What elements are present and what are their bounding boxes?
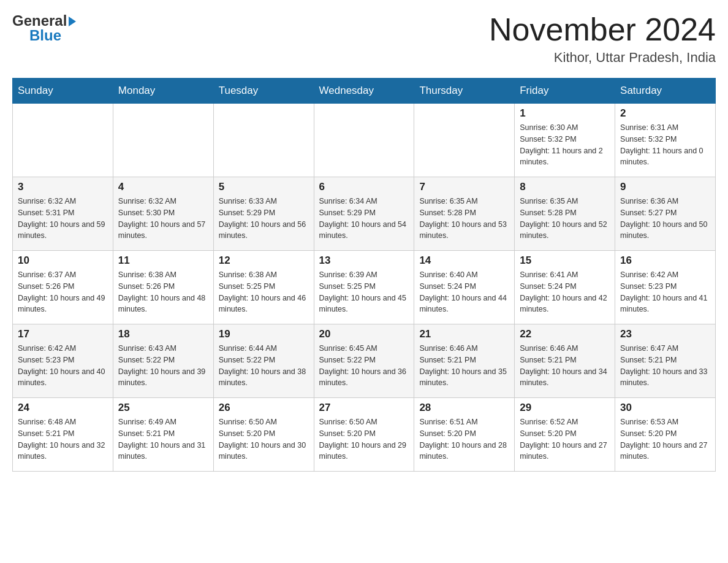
- day-number: 19: [219, 328, 309, 340]
- column-header-wednesday: Wednesday: [314, 79, 414, 104]
- calendar-cell: 1Sunrise: 6:30 AMSunset: 5:32 PMDaylight…: [515, 104, 615, 177]
- day-number: 1: [520, 107, 610, 120]
- day-number: 15: [520, 255, 610, 267]
- day-number: 7: [419, 181, 509, 193]
- day-number: 13: [319, 255, 409, 267]
- day-info: Sunrise: 6:46 AMSunset: 5:21 PMDaylight:…: [520, 343, 610, 389]
- day-info: Sunrise: 6:43 AMSunset: 5:22 PMDaylight:…: [118, 343, 208, 389]
- day-number: 24: [18, 402, 108, 414]
- calendar-cell: 26Sunrise: 6:50 AMSunset: 5:20 PMDayligh…: [213, 398, 314, 472]
- day-info: Sunrise: 6:46 AMSunset: 5:21 PMDaylight:…: [419, 343, 509, 389]
- calendar-header-row: SundayMondayTuesdayWednesdayThursdayFrid…: [13, 79, 716, 104]
- calendar-cell: [213, 104, 314, 177]
- column-header-thursday: Thursday: [414, 79, 515, 104]
- day-number: 27: [319, 402, 409, 414]
- calendar-cell: 6Sunrise: 6:34 AMSunset: 5:29 PMDaylight…: [314, 177, 414, 251]
- day-info: Sunrise: 6:39 AMSunset: 5:25 PMDaylight:…: [319, 269, 409, 315]
- column-header-sunday: Sunday: [13, 79, 113, 104]
- day-info: Sunrise: 6:42 AMSunset: 5:23 PMDaylight:…: [620, 269, 710, 315]
- day-info: Sunrise: 6:53 AMSunset: 5:20 PMDaylight:…: [620, 416, 710, 462]
- day-number: 3: [18, 181, 108, 193]
- calendar-cell: 5Sunrise: 6:33 AMSunset: 5:29 PMDaylight…: [213, 177, 314, 251]
- day-number: 30: [620, 402, 710, 414]
- calendar-cell: 13Sunrise: 6:39 AMSunset: 5:25 PMDayligh…: [314, 251, 414, 324]
- day-number: 26: [219, 402, 309, 414]
- day-number: 6: [319, 181, 409, 193]
- day-number: 25: [118, 402, 208, 414]
- calendar-cell: 18Sunrise: 6:43 AMSunset: 5:22 PMDayligh…: [113, 324, 213, 398]
- location-subtitle: Kithor, Uttar Pradesh, India: [489, 50, 716, 66]
- calendar-cell: [314, 104, 414, 177]
- calendar-week-row: 10Sunrise: 6:37 AMSunset: 5:26 PMDayligh…: [13, 251, 716, 324]
- calendar-cell: 4Sunrise: 6:32 AMSunset: 5:30 PMDaylight…: [113, 177, 213, 251]
- day-number: 14: [419, 255, 509, 267]
- column-header-saturday: Saturday: [615, 79, 716, 104]
- calendar-cell: 28Sunrise: 6:51 AMSunset: 5:20 PMDayligh…: [414, 398, 515, 472]
- day-info: Sunrise: 6:31 AMSunset: 5:32 PMDaylight:…: [620, 122, 710, 168]
- calendar-cell: 24Sunrise: 6:48 AMSunset: 5:21 PMDayligh…: [13, 398, 113, 472]
- day-info: Sunrise: 6:37 AMSunset: 5:26 PMDaylight:…: [18, 269, 108, 315]
- day-number: 4: [118, 181, 208, 193]
- logo-blue-text: Blue: [29, 27, 61, 44]
- day-number: 21: [419, 328, 509, 340]
- calendar-week-row: 24Sunrise: 6:48 AMSunset: 5:21 PMDayligh…: [13, 398, 716, 472]
- calendar-cell: 22Sunrise: 6:46 AMSunset: 5:21 PMDayligh…: [515, 324, 615, 398]
- month-title: November 2024: [489, 12, 716, 47]
- calendar-week-row: 1Sunrise: 6:30 AMSunset: 5:32 PMDaylight…: [13, 104, 716, 177]
- day-number: 16: [620, 255, 710, 267]
- calendar-week-row: 17Sunrise: 6:42 AMSunset: 5:23 PMDayligh…: [13, 324, 716, 398]
- day-number: 18: [118, 328, 208, 340]
- calendar-cell: 3Sunrise: 6:32 AMSunset: 5:31 PMDaylight…: [13, 177, 113, 251]
- day-info: Sunrise: 6:44 AMSunset: 5:22 PMDaylight:…: [219, 343, 309, 389]
- day-number: 9: [620, 181, 710, 193]
- calendar-cell: 10Sunrise: 6:37 AMSunset: 5:26 PMDayligh…: [13, 251, 113, 324]
- day-info: Sunrise: 6:50 AMSunset: 5:20 PMDaylight:…: [319, 416, 409, 462]
- calendar-cell: 27Sunrise: 6:50 AMSunset: 5:20 PMDayligh…: [314, 398, 414, 472]
- day-number: 12: [219, 255, 309, 267]
- calendar-cell: 30Sunrise: 6:53 AMSunset: 5:20 PMDayligh…: [615, 398, 716, 472]
- day-info: Sunrise: 6:35 AMSunset: 5:28 PMDaylight:…: [520, 196, 610, 242]
- day-number: 29: [520, 402, 610, 414]
- day-info: Sunrise: 6:34 AMSunset: 5:29 PMDaylight:…: [319, 196, 409, 242]
- day-number: 2: [620, 107, 710, 120]
- calendar-cell: 16Sunrise: 6:42 AMSunset: 5:23 PMDayligh…: [615, 251, 716, 324]
- calendar-cell: 25Sunrise: 6:49 AMSunset: 5:21 PMDayligh…: [113, 398, 213, 472]
- day-info: Sunrise: 6:49 AMSunset: 5:21 PMDaylight:…: [118, 416, 208, 462]
- day-number: 23: [620, 328, 710, 340]
- calendar-cell: 19Sunrise: 6:44 AMSunset: 5:22 PMDayligh…: [213, 324, 314, 398]
- calendar-cell: 20Sunrise: 6:45 AMSunset: 5:22 PMDayligh…: [314, 324, 414, 398]
- column-header-friday: Friday: [515, 79, 615, 104]
- day-number: 20: [319, 328, 409, 340]
- calendar-table: SundayMondayTuesdayWednesdayThursdayFrid…: [12, 78, 716, 472]
- column-header-tuesday: Tuesday: [213, 79, 314, 104]
- day-info: Sunrise: 6:33 AMSunset: 5:29 PMDaylight:…: [219, 196, 309, 242]
- calendar-cell: 15Sunrise: 6:41 AMSunset: 5:24 PMDayligh…: [515, 251, 615, 324]
- calendar-cell: 2Sunrise: 6:31 AMSunset: 5:32 PMDaylight…: [615, 104, 716, 177]
- day-info: Sunrise: 6:48 AMSunset: 5:21 PMDaylight:…: [18, 416, 108, 462]
- calendar-cell: 9Sunrise: 6:36 AMSunset: 5:27 PMDaylight…: [615, 177, 716, 251]
- day-info: Sunrise: 6:38 AMSunset: 5:26 PMDaylight:…: [118, 269, 208, 315]
- day-info: Sunrise: 6:52 AMSunset: 5:20 PMDaylight:…: [520, 416, 610, 462]
- calendar-cell: 23Sunrise: 6:47 AMSunset: 5:21 PMDayligh…: [615, 324, 716, 398]
- calendar-week-row: 3Sunrise: 6:32 AMSunset: 5:31 PMDaylight…: [13, 177, 716, 251]
- day-info: Sunrise: 6:40 AMSunset: 5:24 PMDaylight:…: [419, 269, 509, 315]
- day-info: Sunrise: 6:32 AMSunset: 5:30 PMDaylight:…: [118, 196, 208, 242]
- calendar-cell: 29Sunrise: 6:52 AMSunset: 5:20 PMDayligh…: [515, 398, 615, 472]
- calendar-cell: 7Sunrise: 6:35 AMSunset: 5:28 PMDaylight…: [414, 177, 515, 251]
- calendar-cell: [113, 104, 213, 177]
- day-number: 22: [520, 328, 610, 340]
- day-info: Sunrise: 6:41 AMSunset: 5:24 PMDaylight:…: [520, 269, 610, 315]
- day-info: Sunrise: 6:47 AMSunset: 5:21 PMDaylight:…: [620, 343, 710, 389]
- day-number: 11: [118, 255, 208, 267]
- day-number: 8: [520, 181, 610, 193]
- day-number: 28: [419, 402, 509, 414]
- calendar-cell: 14Sunrise: 6:40 AMSunset: 5:24 PMDayligh…: [414, 251, 515, 324]
- day-info: Sunrise: 6:42 AMSunset: 5:23 PMDaylight:…: [18, 343, 108, 389]
- day-info: Sunrise: 6:38 AMSunset: 5:25 PMDaylight:…: [219, 269, 309, 315]
- day-number: 5: [219, 181, 309, 193]
- calendar-cell: [414, 104, 515, 177]
- day-info: Sunrise: 6:51 AMSunset: 5:20 PMDaylight:…: [419, 416, 509, 462]
- calendar-cell: 21Sunrise: 6:46 AMSunset: 5:21 PMDayligh…: [414, 324, 515, 398]
- title-block: November 2024 Kithor, Uttar Pradesh, Ind…: [489, 12, 716, 66]
- page-header: General Blue November 2024 Kithor, Uttar…: [12, 12, 716, 66]
